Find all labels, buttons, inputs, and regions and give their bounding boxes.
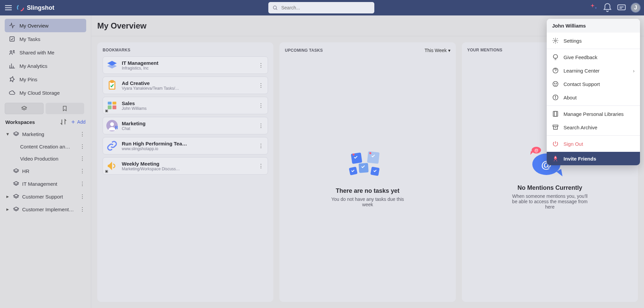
sort-icon: [60, 118, 67, 126]
more-button[interactable]: ⋮: [258, 62, 264, 69]
svg-marker-17: [14, 194, 19, 197]
more-button[interactable]: ⋮: [258, 163, 264, 169]
more-button[interactable]: ⋮: [79, 131, 86, 137]
hamburger-menu-button[interactable]: [3, 3, 13, 13]
bookmark-item[interactable]: Sales John Williams ⋮ ▣: [103, 97, 268, 114]
more-button[interactable]: ⋮: [79, 156, 86, 162]
megaphone-icon: [106, 160, 118, 172]
tasks-filter-dropdown[interactable]: This Week ▾: [425, 48, 450, 53]
power-icon: [552, 140, 559, 147]
plus-icon: [70, 119, 76, 125]
workspace-item-implementation[interactable]: ▸ Customer Implementa… ⋮: [2, 203, 89, 216]
bookmark-item[interactable]: R Marketing Chat ⋮: [103, 117, 268, 134]
workspace-item-it[interactable]: IT Management ⋮: [2, 177, 89, 190]
tasks-empty-state: There are no tasks yet You do not have a…: [285, 57, 450, 297]
bookmark-title: Weekly Meeting: [122, 161, 254, 167]
bookmark-item[interactable]: Run High Performing Tea… www.slingshotap…: [103, 137, 268, 155]
layers-icon: [106, 59, 118, 71]
svg-point-35: [353, 153, 355, 156]
gear-icon: [552, 37, 559, 44]
sparkle-icon: [588, 3, 598, 13]
menu-libraries[interactable]: Manage Personal Libraries: [547, 107, 640, 121]
tasks-title: UPCOMING TASKS: [285, 48, 323, 53]
sidebar-item-shared[interactable]: Shared with Me: [5, 46, 86, 59]
more-button[interactable]: ⋮: [258, 82, 264, 89]
bookmark-item[interactable]: Weekly Meeting Marketing/Workspace Discu…: [103, 157, 268, 175]
menu-settings[interactable]: Settings: [547, 34, 640, 47]
workspace-label: HR: [22, 168, 76, 174]
chart-icon: [9, 62, 15, 69]
app-logo[interactable]: Slingshot: [17, 4, 54, 11]
topbar: Slingshot J: [0, 0, 644, 15]
sort-button[interactable]: [60, 118, 67, 126]
menu-support[interactable]: Contact Support: [547, 77, 640, 91]
menu-feedback[interactable]: Give Feedback: [547, 50, 640, 64]
svg-point-50: [555, 96, 556, 97]
more-button[interactable]: ⋮: [79, 193, 86, 200]
view-bookmarks-button[interactable]: [46, 103, 85, 114]
bookmark-subtitle: www.slingshotapp.io: [122, 146, 254, 151]
notifications-button[interactable]: [602, 3, 612, 13]
sidebar-item-tasks[interactable]: My Tasks: [5, 32, 86, 46]
bookmarks-panel: BOOKMARKS IT Management Infragistics, In…: [97, 42, 273, 302]
bookmark-subtitle: Vyara Yanakieva/Team Tasks/…: [122, 86, 254, 91]
more-button[interactable]: ⋮: [79, 181, 86, 187]
more-button[interactable]: ⋮: [258, 102, 264, 109]
workspace-item-hr[interactable]: HR ⋮: [2, 165, 89, 177]
layers-icon: [13, 131, 19, 137]
more-button[interactable]: ⋮: [258, 123, 264, 129]
workspace-child-content[interactable]: Content Creation an… ⋮: [17, 140, 89, 152]
layers-icon: [13, 180, 19, 187]
workspace-item-support[interactable]: ▸ Customer Support ⋮: [2, 190, 89, 203]
view-layers-button[interactable]: [5, 103, 44, 114]
svg-marker-15: [14, 169, 19, 171]
add-workspace-button[interactable]: Add: [70, 119, 86, 125]
svg-rect-52: [554, 112, 558, 117]
bookmark-item[interactable]: IT Management Infragistics, Inc ⋮: [103, 56, 268, 74]
more-button[interactable]: ⋮: [258, 143, 264, 149]
svg-point-36: [369, 152, 371, 154]
profile-name: John Williams: [552, 23, 635, 29]
tasks-empty-text: You do not have any tasks due this week: [327, 196, 408, 207]
bookmark-title: Run High Performing Tea…: [122, 141, 254, 146]
link-icon: [106, 140, 118, 151]
more-button[interactable]: ⋮: [79, 168, 86, 174]
menu-label: Give Feedback: [564, 54, 597, 60]
svg-text:@: @: [534, 148, 538, 153]
avatar-button[interactable]: J: [631, 3, 641, 13]
more-button[interactable]: ⋮: [79, 206, 86, 212]
workspace-label: IT Management: [22, 181, 76, 187]
bookmark-subtitle: Marketing/Workspace Discuss…: [122, 167, 254, 171]
caret-right-icon: ▸: [5, 206, 10, 212]
mentions-empty-text: When someone mentions you, you'll be abl…: [509, 193, 590, 210]
menu-learning[interactable]: Learning Center ›: [547, 64, 640, 77]
menu-signout[interactable]: Sign Out: [547, 137, 640, 150]
more-button[interactable]: ⋮: [79, 143, 86, 149]
dashboard-icon: [106, 100, 118, 111]
search-bar[interactable]: [268, 2, 374, 13]
task-icon: [9, 36, 15, 42]
svg-marker-20: [107, 64, 117, 69]
menu-about[interactable]: About: [547, 91, 640, 104]
chat-icon: [616, 3, 627, 13]
bell-icon: [602, 3, 612, 13]
sparkle-button[interactable]: [588, 3, 598, 13]
workspace-item-marketing[interactable]: ▾ Marketing ⋮: [2, 128, 89, 140]
chat-button[interactable]: [616, 3, 627, 13]
search-input[interactable]: [281, 5, 370, 10]
sidebar-item-cloud[interactable]: My Cloud Storage: [5, 86, 86, 99]
sidebar-item-analytics[interactable]: My Analytics: [5, 59, 86, 73]
svg-point-9: [10, 51, 12, 52]
menu-invite[interactable]: Invite Friends: [547, 152, 640, 165]
workspace-child-video[interactable]: Video Production ⋮: [17, 152, 89, 165]
sidebar-item-pins[interactable]: My Pins: [5, 73, 86, 86]
svg-rect-25: [108, 105, 111, 109]
sidebar-item-overview[interactable]: My Overview: [5, 19, 86, 32]
menu-label: Sign Out: [564, 141, 583, 147]
sidebar-item-label: My Analytics: [19, 63, 47, 69]
menu-archive[interactable]: Search Archive: [547, 121, 640, 134]
caret-right-icon: ▸: [5, 193, 10, 200]
caret-down-icon: ▾: [5, 131, 10, 137]
bookmark-item[interactable]: Ad Creative Vyara Yanakieva/Team Tasks/……: [103, 77, 268, 94]
info-icon: [552, 94, 559, 101]
